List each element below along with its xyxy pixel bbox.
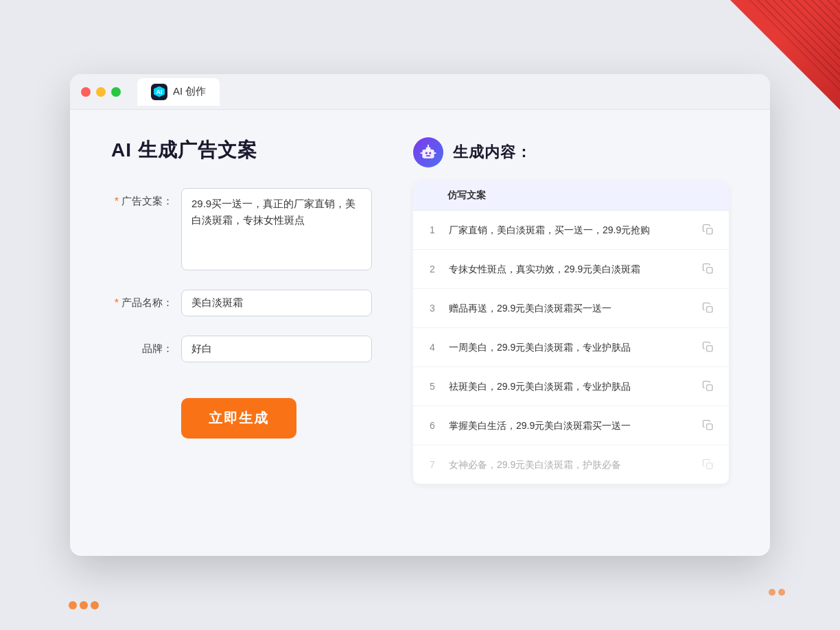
row-number: 6 — [424, 420, 441, 431]
svg-rect-14 — [707, 424, 712, 430]
svg-rect-15 — [707, 463, 712, 469]
copy-icon[interactable] — [699, 220, 718, 240]
product-name-input[interactable] — [181, 290, 372, 316]
product-name-label: * 产品名称： — [111, 290, 173, 310]
row-number: 1 — [424, 224, 441, 235]
tab-label: AI 创作 — [173, 85, 206, 98]
ad-copy-textarea[interactable]: 29.9买一送一，真正的厂家直销，美白淡斑霜，专抹女性斑点 — [181, 188, 372, 270]
decorative-dots-br — [769, 589, 785, 596]
copy-icon[interactable] — [699, 455, 718, 474]
robot-icon — [413, 137, 443, 167]
svg-point-3 — [429, 152, 431, 154]
table-row: 2 专抹女性斑点，真实功效，29.9元美白淡斑霜 — [413, 250, 729, 289]
tab-ai-creation[interactable]: AI AI 创作 — [137, 78, 220, 106]
svg-point-2 — [425, 152, 428, 154]
table-row: 4 一周美白，29.9元美白淡斑霜，专业护肤品 — [413, 328, 729, 367]
traffic-lights — [81, 87, 121, 97]
table-row: 3 赠品再送，29.9元美白淡斑霜买一送一 — [413, 289, 729, 328]
copy-icon[interactable] — [699, 338, 718, 357]
row-text: 祛斑美白，29.9元美白淡斑霜，专业护肤品 — [449, 380, 690, 394]
ad-copy-required-star: * — [115, 196, 119, 208]
ad-copy-label-text: 广告文案： — [121, 195, 173, 208]
row-text: 厂家直销，美白淡斑霜，买一送一，29.9元抢购 — [449, 223, 690, 237]
table-row: 1 厂家直销，美白淡斑霜，买一送一，29.9元抢购 — [413, 211, 729, 250]
result-rows-container: 1 厂家直销，美白淡斑霜，买一送一，29.9元抢购 2 专抹女性斑点，真实功效，… — [413, 211, 729, 484]
svg-rect-0 — [422, 150, 434, 159]
product-name-required-star: * — [115, 297, 119, 310]
titlebar: AI AI 创作 — [70, 74, 770, 110]
copy-icon[interactable] — [699, 416, 718, 435]
form-group-product-name: * 产品名称： — [111, 290, 372, 316]
page-title: AI 生成广告文案 — [111, 137, 372, 163]
close-button[interactable] — [81, 87, 91, 97]
result-title: 生成内容： — [453, 142, 532, 163]
copy-icon[interactable] — [699, 299, 718, 318]
brand-input[interactable] — [181, 336, 372, 362]
row-number: 7 — [424, 459, 441, 470]
browser-window: AI AI 创作 AI 生成广告文案 * 广告文案： 29.9买一送一，真正的厂… — [70, 74, 770, 556]
table-row: 5 祛斑美白，29.9元美白淡斑霜，专业护肤品 — [413, 367, 729, 406]
svg-rect-13 — [707, 385, 712, 390]
row-text: 一周美白，29.9元美白淡斑霜，专业护肤品 — [449, 340, 690, 355]
svg-rect-11 — [707, 307, 712, 312]
table-row: 6 掌握美白生活，29.9元美白淡斑霜买一送一 — [413, 406, 729, 445]
row-text: 掌握美白生活，29.9元美白淡斑霜买一送一 — [449, 419, 690, 433]
tab-icon-text: AI — [156, 89, 163, 95]
main-content: AI 生成广告文案 * 广告文案： 29.9买一送一，真正的厂家直销，美白淡斑霜… — [70, 110, 770, 556]
result-header: 生成内容： — [413, 137, 729, 167]
row-number: 5 — [424, 381, 441, 392]
row-text: 女神必备，29.9元美白淡斑霜，护肤必备 — [449, 458, 690, 472]
decorative-dots-bl — [69, 601, 99, 609]
result-table-header: 仿写文案 — [413, 181, 729, 211]
form-group-brand: 品牌： — [111, 336, 372, 362]
product-name-label-text: 产品名称： — [121, 296, 173, 310]
svg-rect-12 — [707, 346, 712, 351]
generate-button[interactable]: 立即生成 — [181, 398, 296, 439]
minimize-button[interactable] — [96, 87, 106, 97]
copy-icon[interactable] — [699, 259, 718, 279]
left-panel: AI 生成广告文案 * 广告文案： 29.9买一送一，真正的厂家直销，美白淡斑霜… — [111, 137, 372, 528]
ad-copy-label: * 广告文案： — [111, 188, 173, 208]
svg-rect-4 — [426, 155, 431, 156]
right-panel: 生成内容： 仿写文案 1 厂家直销，美白淡斑霜，买一送一，29.9元抢购 2 专… — [413, 137, 729, 528]
copy-icon[interactable] — [699, 377, 718, 396]
table-row: 7 女神必备，29.9元美白淡斑霜，护肤必备 — [413, 445, 729, 484]
row-text: 专抹女性斑点，真实功效，29.9元美白淡斑霜 — [449, 262, 690, 277]
result-table: 仿写文案 1 厂家直销，美白淡斑霜，买一送一，29.9元抢购 2 专抹女性斑点，… — [413, 181, 729, 484]
svg-rect-10 — [707, 268, 712, 273]
svg-point-6 — [428, 145, 429, 146]
form-group-ad-copy: * 广告文案： 29.9买一送一，真正的厂家直销，美白淡斑霜，专抹女性斑点 — [111, 188, 372, 270]
maximize-button[interactable] — [111, 87, 121, 97]
row-number: 2 — [424, 264, 441, 275]
brand-label: 品牌： — [111, 336, 173, 355]
brand-label-text: 品牌： — [142, 342, 173, 355]
row-text: 赠品再送，29.9元美白淡斑霜买一送一 — [449, 301, 690, 316]
svg-rect-9 — [707, 229, 712, 234]
row-number: 4 — [424, 342, 441, 353]
row-number: 3 — [424, 303, 441, 314]
tab-ai-icon: AI — [151, 84, 167, 100]
